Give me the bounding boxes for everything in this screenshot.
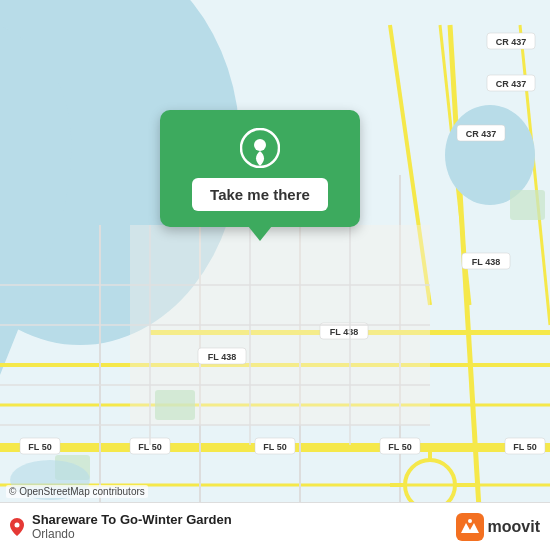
svg-text:FL 50: FL 50 <box>28 442 51 452</box>
bottom-bar: Shareware To Go-Winter Garden Orlando mo… <box>0 502 550 550</box>
svg-rect-55 <box>510 190 545 220</box>
svg-rect-53 <box>155 390 195 420</box>
moovit-text: moovit <box>488 518 540 536</box>
map-pin-icon <box>10 518 24 536</box>
moovit-icon <box>456 513 484 541</box>
map-background: CR 437 CR 437 CR 437 FL 438 FL 438 FL 43… <box>0 0 550 550</box>
svg-point-58 <box>254 139 266 151</box>
svg-text:FL 438: FL 438 <box>330 327 358 337</box>
svg-text:FL 438: FL 438 <box>208 352 236 362</box>
moovit-logo: moovit <box>456 513 540 541</box>
place-city: Orlando <box>32 527 232 541</box>
svg-rect-60 <box>456 513 484 541</box>
popup-card: Take me there <box>160 110 360 227</box>
take-me-there-button[interactable]: Take me there <box>192 178 328 211</box>
location-pin-icon <box>240 128 280 168</box>
map-attribution: © OpenStreetMap contributors <box>6 485 148 498</box>
place-details: Shareware To Go-Winter Garden Orlando <box>32 512 232 541</box>
svg-point-59 <box>15 522 20 527</box>
svg-text:FL 438: FL 438 <box>472 257 500 267</box>
map-container: CR 437 CR 437 CR 437 FL 438 FL 438 FL 43… <box>0 0 550 550</box>
svg-text:CR 437: CR 437 <box>466 129 497 139</box>
svg-text:FL 50: FL 50 <box>513 442 536 452</box>
place-name: Shareware To Go-Winter Garden <box>32 512 232 527</box>
svg-text:FL 50: FL 50 <box>263 442 286 452</box>
svg-text:CR 437: CR 437 <box>496 79 527 89</box>
svg-text:FL 50: FL 50 <box>388 442 411 452</box>
place-info: Shareware To Go-Winter Garden Orlando <box>10 512 232 541</box>
svg-text:CR 437: CR 437 <box>496 37 527 47</box>
svg-point-61 <box>468 519 472 523</box>
